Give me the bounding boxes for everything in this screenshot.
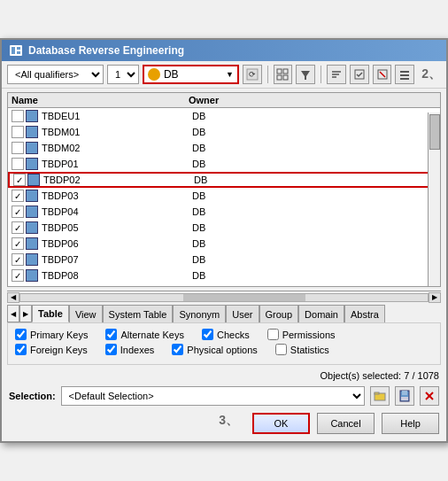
physical-options-option[interactable]: Physical options	[172, 344, 258, 355]
tab-domain[interactable]: Domain	[298, 305, 344, 322]
grid-btn[interactable]	[274, 65, 293, 84]
object-table: Name Owner TBDEU1DBTBDM01DBTBDM02DBTBDP0…	[7, 92, 441, 287]
help-button[interactable]: Help	[382, 413, 439, 434]
title-bar: Database Reverse Engineering	[2, 40, 446, 61]
row-checkbox[interactable]	[12, 142, 24, 154]
table-row[interactable]: TBDP01DB	[8, 156, 440, 172]
table-icon	[26, 253, 38, 266]
ok-button[interactable]: OK	[252, 413, 310, 434]
checks-option[interactable]: Checks	[202, 329, 250, 340]
num-select[interactable]: 1	[107, 65, 139, 84]
horizontal-scrollbar[interactable]: ◀ ▶	[7, 291, 441, 303]
row-checkbox[interactable]	[12, 253, 24, 266]
refresh-btn[interactable]: ⟳	[243, 65, 262, 84]
filter-icon	[299, 68, 312, 81]
table-icon	[26, 269, 38, 282]
sort-btn[interactable]	[327, 65, 346, 84]
tab-table[interactable]: Table	[32, 305, 69, 322]
row-checkbox[interactable]	[12, 269, 24, 282]
qualifier-select[interactable]: <All qualifiers>	[7, 65, 104, 84]
row-checkbox[interactable]	[12, 206, 24, 218]
vertical-scrollbar[interactable]	[428, 112, 440, 286]
indexes-checkbox[interactable]	[105, 344, 117, 355]
uncheck-all-btn[interactable]	[373, 65, 392, 84]
delete-icon	[423, 390, 436, 402]
db-select[interactable]: DB ▼	[143, 65, 239, 84]
tab-user[interactable]: User	[226, 305, 259, 322]
table-row[interactable]: TBDP05DB	[8, 220, 440, 236]
tab-view[interactable]: View	[69, 305, 103, 322]
svg-line-16	[380, 72, 385, 77]
svg-text:⟳: ⟳	[249, 70, 256, 79]
scrollbar-thumb[interactable]	[429, 114, 440, 150]
row-name: TBDP05	[42, 222, 192, 233]
tab-abstra[interactable]: Abstra	[344, 305, 385, 322]
indexes-option[interactable]: Indexes	[105, 344, 155, 355]
tab-scroll-right[interactable]: ▶	[19, 305, 32, 322]
step2-label: 2、	[421, 66, 441, 82]
tab-synonym[interactable]: Synonym	[173, 305, 226, 322]
checks-checkbox[interactable]	[202, 329, 213, 340]
row-checkbox[interactable]	[12, 237, 24, 250]
row-checkbox[interactable]	[12, 190, 24, 202]
scroll-track[interactable]	[19, 293, 429, 302]
statistics-option[interactable]: Statistics	[275, 344, 329, 355]
status-row: Object(s) selected: 7 / 1078	[2, 369, 446, 383]
alternate-keys-option[interactable]: Alternate Keys	[105, 329, 184, 340]
table-icon	[26, 221, 38, 234]
table-row[interactable]: TBDEU1DB	[8, 108, 440, 124]
row-checkbox[interactable]	[12, 110, 24, 122]
row-checkbox[interactable]	[12, 126, 24, 138]
cancel-button[interactable]: Cancel	[317, 413, 375, 434]
tab-system-table[interactable]: System Table	[103, 305, 174, 322]
table-icon	[27, 174, 40, 186]
selection-save-btn[interactable]	[395, 386, 414, 406]
primary-keys-checkbox[interactable]	[15, 329, 27, 340]
tab-abstra-label: Abstra	[351, 309, 379, 320]
physical-options-checkbox[interactable]	[172, 344, 183, 355]
permissions-checkbox[interactable]	[267, 329, 279, 340]
alternate-keys-checkbox[interactable]	[105, 329, 117, 340]
statistics-label: Statistics	[290, 345, 329, 355]
scroll-left-btn[interactable]: ◀	[7, 292, 19, 303]
permissions-option[interactable]: Permissions	[267, 329, 336, 340]
table-row[interactable]: TBDP04DB	[8, 204, 440, 220]
selection-delete-btn[interactable]	[420, 386, 439, 406]
button-row: 3、 OK Cancel Help	[2, 409, 446, 441]
table-row[interactable]: TBDP06DB	[8, 236, 440, 252]
row-checkbox[interactable]	[12, 221, 24, 234]
svg-rect-1	[12, 47, 15, 54]
svg-rect-24	[401, 397, 408, 400]
tab-group[interactable]: Group	[259, 305, 299, 322]
col-header-owner: Owner	[189, 95, 436, 105]
selection-dropdown[interactable]: <Default Selection>	[61, 386, 365, 406]
row-checkbox[interactable]	[12, 158, 24, 170]
svg-rect-8	[277, 75, 282, 80]
foreign-keys-checkbox[interactable]	[15, 344, 27, 355]
primary-keys-label: Primary Keys	[30, 330, 88, 340]
checks-label: Checks	[217, 330, 250, 340]
table-row[interactable]: TBDP08DB	[8, 268, 440, 282]
primary-keys-option[interactable]: Primary Keys	[15, 329, 88, 340]
statistics-checkbox[interactable]	[275, 344, 287, 355]
table-row[interactable]: TBDP07DB	[8, 252, 440, 268]
table-icon	[26, 206, 38, 218]
row-checkbox[interactable]	[13, 174, 26, 186]
row-name: TBDP01	[42, 159, 192, 169]
scroll-thumb[interactable]	[183, 294, 305, 301]
table-icon	[26, 190, 38, 202]
selection-open-btn[interactable]	[370, 386, 390, 406]
filter-btn[interactable]	[296, 65, 315, 84]
table-row[interactable]: TBDM01DB	[8, 124, 440, 140]
check-all-btn[interactable]	[350, 65, 369, 84]
foreign-keys-option[interactable]: Foreign Keys	[15, 344, 88, 355]
props-btn[interactable]	[395, 65, 414, 84]
tab-scroll-left[interactable]: ◀	[7, 305, 19, 322]
scroll-right-btn[interactable]: ▶	[429, 292, 441, 303]
foreign-keys-label: Foreign Keys	[30, 345, 88, 355]
row-owner: DB	[192, 127, 436, 137]
table-row[interactable]: TBDP02DB	[8, 172, 440, 188]
table-row[interactable]: TBDP03DB	[8, 188, 440, 204]
svg-rect-7	[283, 69, 288, 74]
table-row[interactable]: TBDM02DB	[8, 140, 440, 156]
